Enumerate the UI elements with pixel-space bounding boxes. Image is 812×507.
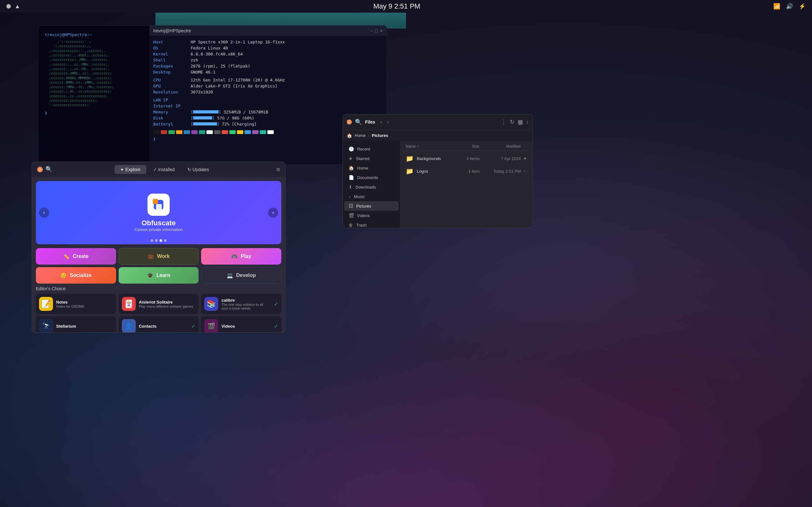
file-name-backgrounds: Backgrounds: [417, 156, 454, 161]
app-card-contacts[interactable]: 👤 Contacts ✓: [119, 316, 199, 333]
software-menu-icon[interactable]: ≡: [276, 166, 280, 173]
svg-rect-2: [156, 204, 162, 210]
files-sort-icon[interactable]: ↕: [526, 119, 529, 125]
develop-icon: 💻: [227, 273, 233, 279]
banner-prev-button[interactable]: ‹: [39, 208, 49, 218]
files-navigation: ‹ ›: [378, 118, 391, 125]
sidebar-starred-label: Starred: [356, 156, 369, 161]
sidebar-item-downloads[interactable]: ⬇ Downloads: [344, 182, 399, 192]
app-card-calibre[interactable]: 📚 calibre The one stop solution to all y…: [201, 294, 281, 314]
breadcrumb-separator: /: [368, 133, 369, 138]
editors-choice-list: 📝 Notes Notes for GNOME 🃏 Aisleriot Soli…: [36, 294, 281, 314]
banner-dot-2[interactable]: [155, 239, 158, 242]
folder-icon-backgrounds: 📁: [406, 155, 414, 162]
sidebar-item-home[interactable]: 🏠 Home: [344, 163, 399, 173]
category-develop-button[interactable]: 💻 Develop: [201, 267, 281, 284]
sidebar-item-recent[interactable]: 🕐 Recent: [344, 144, 399, 154]
learn-icon: 🎓: [147, 273, 153, 279]
files-back-button[interactable]: ‹: [378, 118, 384, 125]
calibre-app-icon: 📚: [204, 297, 218, 311]
category-socialize-button[interactable]: 😊 Socialize: [36, 267, 116, 284]
terminal-ascii-art: ,';:cccccccc;'., ';;cccccccccccc;;, ,;cc…: [45, 40, 143, 107]
car-background-decoration: [0, 349, 812, 507]
tab-explore[interactable]: ✦ Explore: [114, 165, 146, 174]
activities-dot[interactable]: [6, 4, 11, 9]
files-forward-button[interactable]: ›: [385, 118, 391, 125]
category-learn-button[interactable]: 🎓 Learn: [119, 267, 199, 284]
videos-installed-check: ✓: [274, 323, 278, 329]
table-row[interactable]: 📁 Backgrounds 3 items 7 Apr 2024 ★: [403, 152, 529, 165]
sidebar-documents-label: Documents: [357, 175, 378, 180]
star-backgrounds[interactable]: ★: [523, 156, 527, 161]
power-icon: ⚡: [799, 3, 806, 10]
banner-dot-3[interactable]: [159, 239, 162, 242]
sidebar-recent-label: Recent: [357, 147, 370, 152]
terminal-window: trevinj@HPSpectre:~ ,';:cccccccc;'., ';;…: [38, 25, 387, 165]
breadcrumb-pictures[interactable]: Pictures: [372, 133, 388, 138]
videos-app-icon: 🎬: [204, 319, 218, 333]
topbar: ▲ May 9 2:51 PM 📶 🔊 ⚡: [0, 0, 812, 13]
col-modified-header: Modified: [479, 144, 520, 149]
files-view-icon[interactable]: ▦: [518, 118, 523, 125]
app-card-notes[interactable]: 📝 Notes Notes for GNOME: [36, 294, 116, 314]
sound-icon: 🔊: [786, 3, 793, 10]
files-breadcrumb: 🏠 Home / Pictures: [343, 130, 532, 141]
sidebar-item-starred[interactable]: ★ Starred: [344, 154, 399, 163]
col-name-header[interactable]: Name ↑: [406, 144, 454, 149]
tab-updates[interactable]: ↻ Updates: [182, 165, 215, 174]
category-create-button[interactable]: ✏️ Create: [36, 248, 116, 265]
home-icon: 🏠: [349, 165, 354, 170]
folder-icon-logos: 📁: [406, 167, 414, 175]
sidebar-item-music[interactable]: ♪ Music: [344, 192, 399, 201]
files-window: × 🔍 Files ‹ › ⋮ ↻ ▦ ↕ 🏠 Home / Pictures …: [343, 114, 533, 228]
calibre-app-info: calibre The one stop solution to all you…: [221, 298, 271, 310]
sidebar-item-pictures[interactable]: 🖼 Pictures: [344, 201, 399, 211]
banner-dot-1[interactable]: [151, 239, 153, 242]
star-logos[interactable]: ☆: [523, 169, 527, 173]
tab-installed[interactable]: ✓ Installed: [148, 165, 181, 174]
files-column-headers: Name ↑ Size Modified: [403, 144, 529, 151]
category-play-button[interactable]: 🎮 Play: [201, 248, 281, 265]
documents-icon: 📄: [349, 175, 354, 180]
app-card-videos[interactable]: 🎬 Videos ✓: [201, 316, 281, 333]
files-body: 🕐 Recent ★ Starred 🏠 Home 📄 Documents ⬇ …: [343, 141, 532, 228]
work-icon: 💼: [148, 253, 154, 260]
activities-indicator: ▲: [14, 3, 20, 10]
category-work-button[interactable]: 💼 Work: [119, 248, 199, 265]
files-titlebar: × 🔍 Files ‹ › ⋮ ↻ ▦ ↕: [343, 114, 532, 130]
banner-app-icon: [148, 193, 170, 216]
app-card-aisleriot[interactable]: 🃏 Aisleriot Solitaire Play many differen…: [119, 294, 199, 314]
software-close-button[interactable]: ×: [37, 167, 43, 172]
sidebar-item-documents[interactable]: 📄 Documents: [344, 173, 399, 182]
files-refresh-icon[interactable]: ↻: [510, 118, 514, 125]
files-close-button[interactable]: ×: [347, 119, 352, 124]
table-row[interactable]: 📁 Logos 1 item Today 2:51 PM ☆: [403, 165, 529, 177]
sidebar-videos-label: Videos: [357, 213, 370, 218]
software-window: × 🔍 ✦ Explore ✓ Installed ↻ Updates ≡: [32, 162, 286, 333]
terminal-maximize[interactable]: □: [375, 28, 377, 33]
banner-app-name: Obfuscate: [142, 219, 176, 227]
banner-dot-4[interactable]: [164, 239, 166, 242]
banner-next-button[interactable]: ›: [268, 208, 278, 218]
breadcrumb-home[interactable]: Home: [355, 133, 366, 138]
software-categories: ✏️ Create 💼 Work 🎮 Play 😊 Socialize 🎓 Le…: [32, 248, 285, 284]
contacts-app-info: Contacts: [139, 324, 157, 329]
files-search-icon[interactable]: 🔍: [355, 118, 362, 125]
software-search-icon[interactable]: 🔍: [45, 166, 53, 173]
terminal-minimize[interactable]: −: [370, 28, 372, 33]
files-menu-icon[interactable]: ⋮: [501, 118, 507, 125]
files-home-icon: 🏠: [347, 133, 352, 138]
software-titlebar: × 🔍 ✦ Explore ✓ Installed ↻ Updates ≡: [32, 162, 285, 177]
col-size-header: Size: [454, 144, 479, 149]
notes-app-icon: 📝: [39, 297, 53, 311]
wifi-icon: 📶: [773, 3, 780, 10]
files-sidebar: 🕐 Recent ★ Starred 🏠 Home 📄 Documents ⬇ …: [343, 141, 400, 228]
create-icon: ✏️: [63, 253, 69, 260]
contacts-installed-check: ✓: [191, 323, 195, 329]
terminal-close[interactable]: ×: [380, 28, 383, 33]
sidebar-item-videos[interactable]: 🎬 Videos: [344, 211, 399, 220]
sidebar-item-trash[interactable]: 🗑 Trash: [344, 220, 399, 228]
installed-tab-icon: ✓: [153, 167, 158, 172]
app-card-stellarium[interactable]: 🔭 Stellarium: [36, 316, 116, 333]
banner-dots: [151, 239, 166, 242]
